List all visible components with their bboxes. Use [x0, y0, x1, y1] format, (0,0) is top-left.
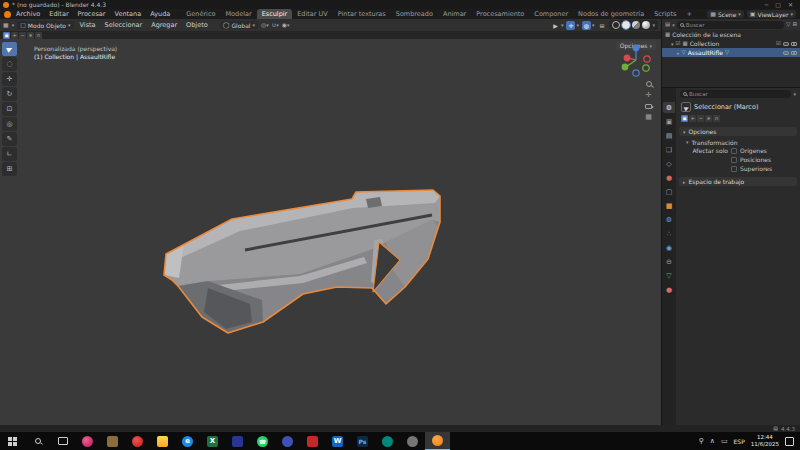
menu-vista[interactable]: Vista [77, 21, 99, 29]
menu-agregar[interactable]: Agregar [148, 21, 180, 29]
prop-tab-material-icon[interactable]: ● [663, 284, 675, 295]
zoom-icon[interactable] [646, 81, 652, 87]
xray-toggle-icon[interactable]: ⊞ [597, 21, 606, 30]
tab-modelar[interactable]: Modelar [220, 9, 256, 19]
taskbar-app-store[interactable] [100, 432, 125, 450]
panel-opciones[interactable]: ▾ Opciones [679, 127, 797, 136]
display-mode-icon[interactable]: ▤ [665, 22, 670, 28]
tab-pintar-texturas[interactable]: Pintar texturas [333, 9, 391, 19]
menu-procesar[interactable]: Procesar [74, 9, 110, 19]
prop-tab-object-icon[interactable]: ■ [663, 200, 675, 211]
pan-hand-icon[interactable]: ✛ [646, 92, 652, 99]
posiciones-checkbox[interactable] [731, 157, 737, 163]
checkbox-icon[interactable]: ☑ [776, 41, 781, 47]
select-box-tool-icon[interactable]: ▶ [2, 42, 17, 56]
maximize-button[interactable]: ▢ [775, 0, 781, 9]
menu-objeto[interactable]: Objeto [183, 21, 211, 29]
editor-type-icon[interactable]: ▦ [3, 22, 9, 28]
outliner-search[interactable]: Buscar [677, 21, 784, 29]
start-button[interactable] [0, 432, 25, 450]
tab-esculpir[interactable]: Esculpir [257, 9, 293, 19]
perspective-toggle-icon[interactable]: ▦ [645, 114, 652, 121]
blender-menu-icon[interactable] [4, 11, 11, 18]
selectability-dropdown-icon[interactable]: ▶ [551, 21, 560, 30]
scene-selector[interactable]: ▦ Scene ▾ [707, 10, 743, 18]
tab-generico[interactable]: Genérico [181, 9, 220, 19]
taskbar-app-word[interactable]: W [325, 432, 350, 450]
prop-tab-particles-icon[interactable]: ∴ [663, 228, 675, 239]
new-collection-icon[interactable]: ⊞ [792, 22, 797, 28]
prop-tab-collection-icon[interactable]: ▢ [663, 186, 675, 197]
prop-tab-scene-icon[interactable]: ◇ [663, 158, 675, 169]
overlays-toggle-icon[interactable]: ◍ [582, 21, 591, 30]
eye-icon[interactable] [783, 42, 789, 46]
taskbar-app-visual-studio[interactable] [225, 432, 250, 450]
navigation-gizmo[interactable] [617, 43, 655, 79]
taskbar-search-button[interactable] [25, 432, 50, 450]
select-mode-invert-icon[interactable]: ∗ [705, 115, 712, 122]
scale-tool-icon[interactable]: ⊡ [2, 102, 17, 116]
menu-editar[interactable]: Editar [45, 9, 72, 19]
tab-editar-uv[interactable]: Editar UV [292, 9, 333, 19]
select-mode-extend-icon[interactable]: + [11, 32, 18, 39]
taskbar-app-red-tile[interactable] [300, 432, 325, 450]
language-indicator[interactable]: ESP [734, 438, 745, 445]
expand-caret-icon[interactable]: ▾ [671, 41, 674, 47]
select-mode-extend-icon[interactable]: + [689, 115, 696, 122]
prop-tab-tool-icon[interactable]: ⚙ [663, 102, 675, 113]
camera-icon[interactable] [791, 42, 797, 46]
gizmos-toggle-icon[interactable]: ✛ [566, 21, 575, 30]
wireframe-shading-icon[interactable] [612, 21, 620, 29]
panel-transformacion[interactable]: ▾ Transformación [686, 138, 797, 146]
camera-icon[interactable] [791, 51, 797, 55]
close-button[interactable]: ✕ [788, 0, 793, 9]
taskbar-app-excel[interactable]: X [200, 432, 225, 450]
orientation-selector[interactable]: ◯ Global ▾ [220, 21, 258, 29]
properties-search[interactable]: Buscar [680, 90, 791, 98]
viewport-canvas[interactable]: Opciones ▾ Personalizada (perspectiva) (… [0, 39, 661, 425]
prop-tab-constraints-icon[interactable]: ⊖ [663, 256, 675, 267]
annotate-tool-icon[interactable]: ✎ [2, 132, 17, 146]
rendered-shading-icon[interactable] [642, 21, 650, 29]
select-mode-subtract-icon[interactable]: − [19, 32, 26, 39]
rotate-tool-icon[interactable]: ↻ [2, 87, 17, 101]
expand-caret-icon[interactable]: ▸ [677, 50, 680, 56]
tab-sombreado[interactable]: Sombreado [391, 9, 438, 19]
taskbar-app-blender[interactable] [425, 432, 450, 450]
tab-procesamiento[interactable]: Procesamiento [471, 9, 529, 19]
tab-scripts[interactable]: Scripts [649, 9, 681, 19]
prop-tab-viewlayer-icon[interactable]: ❏ [663, 144, 675, 155]
add-workspace-button[interactable]: + [681, 9, 696, 19]
cursor-tool-icon[interactable]: ◌ [2, 57, 17, 71]
menu-archivo[interactable]: Archivo [12, 9, 44, 19]
minimize-button[interactable]: ─ [765, 0, 769, 9]
select-mode-invert-icon[interactable]: ∗ [27, 32, 34, 39]
prop-tab-object-data-icon[interactable]: ▽ [663, 270, 675, 281]
move-tool-icon[interactable]: ✛ [2, 72, 17, 86]
taskbar-app-pink[interactable] [75, 432, 100, 450]
taskbar-app-file-explorer[interactable] [150, 432, 175, 450]
superiores-checkbox[interactable] [731, 166, 737, 172]
assault-rifle-model[interactable] [150, 182, 450, 342]
pivot-point-icon[interactable]: ◎▾ [261, 22, 269, 28]
network-icon[interactable]: ▭ [721, 438, 728, 445]
taskbar-app-teal[interactable] [375, 432, 400, 450]
tab-nodos-geometria[interactable]: Nodos de geometría [573, 9, 649, 19]
measure-tool-icon[interactable]: ∟ [2, 147, 17, 161]
select-mode-subtract-icon[interactable]: − [697, 115, 704, 122]
task-view-button[interactable] [50, 432, 75, 450]
add-cube-tool-icon[interactable]: ⊞ [2, 162, 17, 176]
taskbar-app-edge[interactable]: e [175, 432, 200, 450]
taskbar-app-gray[interactable] [400, 432, 425, 450]
camera-view-icon[interactable] [645, 104, 652, 109]
filter-icon[interactable]: ▽ [786, 22, 790, 28]
viewlayer-selector[interactable]: ▣ ViewLayer ▾ [747, 10, 796, 18]
taskbar-app-whatsapp[interactable]: ☎ [250, 432, 275, 450]
menu-ayuda[interactable]: Ayuda [146, 9, 174, 19]
tab-animar[interactable]: Animar [438, 9, 471, 19]
mode-selector[interactable]: ▢ Modo Objeto ▾ [17, 21, 73, 29]
outliner-row-scene-collection[interactable]: ▦ Colección de la escena [662, 30, 800, 39]
select-mode-intersect-icon[interactable]: ∩ [713, 115, 720, 122]
menu-ventana[interactable]: Ventana [111, 9, 146, 19]
clock[interactable]: 12:44 11/6/2025 [751, 434, 779, 448]
